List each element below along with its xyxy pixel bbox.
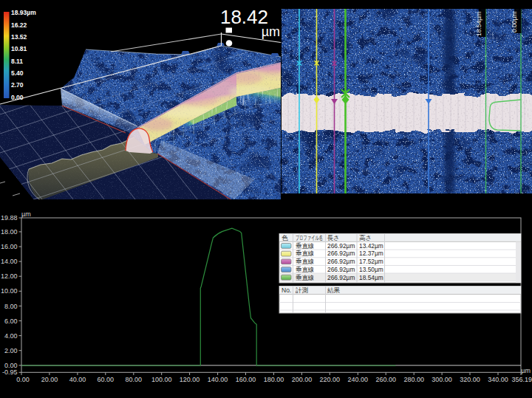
svg-text:8.00: 8.00	[4, 303, 18, 310]
svg-text:266.92µm: 266.92µm	[327, 266, 355, 273]
svg-text:14.00: 14.00	[1, 258, 18, 265]
svg-text:18.93µm: 18.93µm	[11, 9, 36, 16]
svg-text:4.00: 4.00	[4, 332, 18, 340]
svg-text:266.92µm: 266.92µm	[327, 258, 355, 265]
svg-text:100.00: 100.00	[151, 376, 172, 383]
svg-text:5.40: 5.40	[11, 69, 24, 77]
svg-text:高さ: 高さ	[359, 234, 372, 241]
svg-text:µm: µm	[262, 24, 280, 39]
svg-text:12.00: 12.00	[1, 272, 18, 280]
svg-text:160.00: 160.00	[236, 376, 256, 383]
svg-text:結果: 結果	[327, 287, 341, 294]
svg-text:18.54µm: 18.54µm	[359, 274, 383, 281]
svg-text:260.00: 260.00	[375, 376, 396, 383]
svg-text:16.22: 16.22	[11, 21, 27, 29]
svg-text:No.: No.	[282, 287, 291, 294]
svg-text:140.00: 140.00	[208, 376, 228, 383]
svg-text:13.50µm: 13.50µm	[359, 266, 383, 273]
svg-text:プロファイル名: プロファイル名	[296, 234, 323, 241]
svg-text:200.00: 200.00	[292, 376, 313, 383]
svg-text:120.00: 120.00	[180, 376, 200, 383]
svg-text:240.00: 240.00	[348, 376, 369, 383]
svg-text:2.70: 2.70	[11, 81, 24, 89]
svg-text:80.00: 80.00	[126, 376, 143, 383]
svg-text:17.52µm: 17.52µm	[359, 258, 383, 265]
svg-text:10.81: 10.81	[11, 45, 27, 52]
svg-text:13.52: 13.52	[11, 33, 27, 41]
svg-text:垂直線: 垂直線	[296, 258, 314, 265]
svg-text:0.00: 0.00	[11, 94, 24, 101]
svg-text:18.00: 18.00	[1, 228, 18, 236]
svg-text:垂直線: 垂直線	[296, 250, 314, 257]
svg-text:垂直線: 垂直線	[296, 274, 314, 281]
svg-text:長さ: 長さ	[327, 234, 340, 241]
svg-text:18.54µm: 18.54µm	[475, 12, 482, 36]
svg-text:40.00: 40.00	[69, 376, 86, 383]
svg-text:垂直線: 垂直線	[296, 242, 314, 250]
svg-text:60.00: 60.00	[98, 376, 115, 383]
svg-text:300.00: 300.00	[432, 376, 452, 383]
svg-text:µm: µm	[521, 367, 531, 374]
svg-text:266.92µm: 266.92µm	[327, 274, 355, 281]
svg-text:0.00: 0.00	[16, 376, 30, 383]
svg-text:計測: 計測	[296, 287, 309, 294]
svg-text:6.00: 6.00	[4, 318, 18, 325]
svg-text:180.00: 180.00	[264, 376, 284, 383]
svg-text:10.00: 10.00	[1, 287, 18, 295]
svg-text:色: 色	[282, 234, 288, 241]
svg-text:280.00: 280.00	[403, 376, 424, 383]
svg-text:垂直線: 垂直線	[296, 266, 314, 273]
svg-text:-0.95: -0.95	[2, 368, 18, 376]
svg-text:12.37µm: 12.37µm	[359, 250, 383, 257]
svg-text:266.92µm: 266.92µm	[327, 250, 355, 257]
svg-text:340.00: 340.00	[488, 376, 508, 383]
svg-text:266.92µm: 266.92µm	[327, 242, 355, 250]
svg-text:0.00: 0.00	[4, 362, 18, 369]
svg-text:320.00: 320.00	[460, 376, 480, 383]
svg-text:8.11: 8.11	[11, 58, 23, 65]
svg-text:19.88: 19.88	[1, 214, 18, 222]
svg-text:220.00: 220.00	[320, 376, 341, 383]
svg-text:µm: µm	[21, 210, 31, 218]
svg-text:20.00: 20.00	[41, 376, 58, 383]
svg-text:16.00: 16.00	[1, 243, 18, 250]
svg-text:2.00: 2.00	[4, 347, 18, 354]
svg-text:0.00µm: 0.00µm	[511, 11, 518, 32]
svg-text:356.19: 356.19	[511, 376, 532, 383]
svg-text:13.42µm: 13.42µm	[359, 242, 383, 250]
